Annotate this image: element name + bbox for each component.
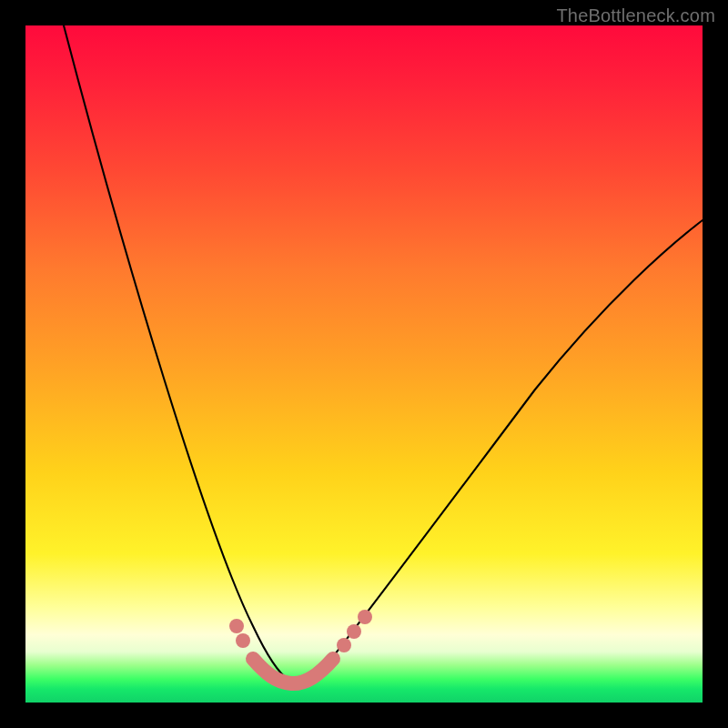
svg-point-2 bbox=[337, 638, 351, 652]
left-dot-cluster bbox=[229, 619, 250, 648]
bottleneck-curve bbox=[64, 25, 703, 683]
bottleneck-curve-svg bbox=[25, 25, 703, 703]
svg-point-1 bbox=[236, 633, 250, 648]
optimum-band bbox=[253, 659, 333, 683]
svg-point-4 bbox=[358, 610, 372, 624]
svg-point-3 bbox=[347, 624, 361, 639]
chart-plot-area bbox=[25, 25, 703, 703]
right-dot-cluster bbox=[337, 610, 372, 652]
svg-point-0 bbox=[229, 619, 244, 633]
outer-frame: TheBottleneck.com bbox=[0, 0, 728, 728]
watermark-text: TheBottleneck.com bbox=[556, 5, 715, 26]
